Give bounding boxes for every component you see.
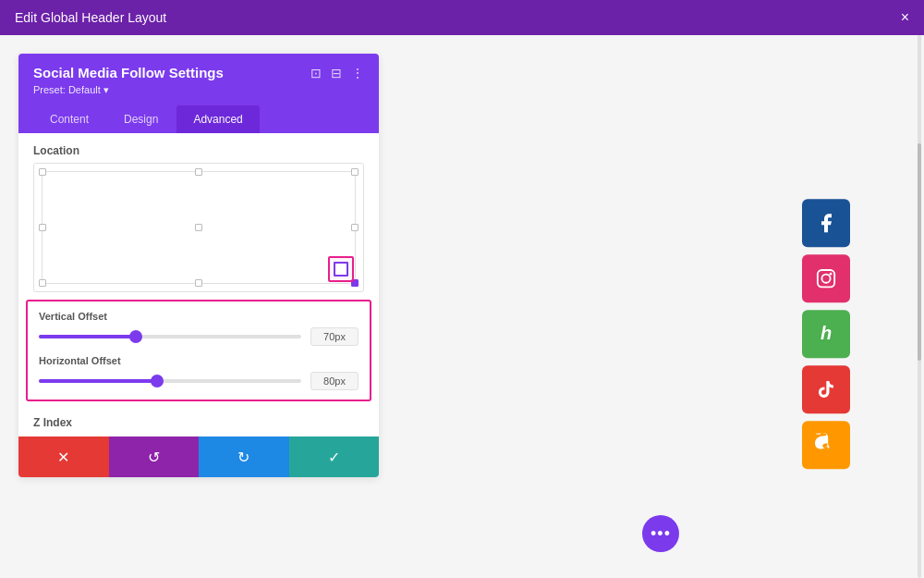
horizontal-slider-fill [39,379,157,383]
horizontal-offset-control: Horizontal Offset 80px [39,355,359,390]
horizontal-offset-value[interactable]: 80px [310,372,359,390]
title-bar: Edit Global Header Layout × [0,0,924,35]
location-label: Location [18,133,379,163]
tab-design[interactable]: Design [107,105,175,133]
social-icon-instagram[interactable] [802,254,850,302]
vertical-offset-control: Vertical Offset 70px [39,311,359,346]
svg-rect-0 [818,270,834,287]
main-content: Social Media Follow Settings ⊡ ⊟ ⋮ Prese… [0,35,924,578]
vertical-offset-value[interactable]: 70px [310,327,359,346]
svg-point-1 [821,274,830,282]
horizontal-offset-row: 80px [39,372,359,390]
close-button[interactable]: × [901,10,909,25]
widget-icon-columns[interactable]: ⊟ [331,67,342,80]
social-icons-column: h [802,199,850,469]
vertical-offset-row: 70px [39,327,359,346]
horizontal-offset-label: Horizontal Offset [39,355,359,366]
vertical-slider-fill [39,335,136,338]
social-icon-amazon[interactable] [802,421,850,469]
loc-dot-mr[interactable] [351,224,359,231]
horizontal-slider-track[interactable] [39,379,301,383]
horizontal-slider-thumb[interactable] [151,375,164,387]
tab-advanced[interactable]: Advanced [176,105,259,133]
houzz-letter: h [821,323,832,344]
location-grid[interactable] [33,163,364,292]
loc-dot-bl[interactable] [39,279,46,287]
vertical-slider-thumb[interactable] [129,330,142,343]
modal-title: Edit Global Header Layout [15,10,166,25]
widget-icon-expand[interactable]: ⊡ [310,67,322,80]
tabs: Content Design Advanced [33,105,364,133]
tab-content[interactable]: Content [33,105,105,133]
right-panel: h ••• [397,35,924,578]
save-button[interactable]: ✓ [289,437,380,477]
widget-body: Location [18,133,379,437]
widget-title: Social Media Follow Settings [33,65,224,80]
widget-header-icons: ⊡ ⊟ ⋮ [310,67,364,80]
widget-header: Social Media Follow Settings ⊡ ⊟ ⋮ Prese… [18,54,379,133]
social-icon-facebook[interactable] [802,199,850,247]
loc-dot-bc[interactable] [195,279,202,287]
loc-dot-mc[interactable] [195,224,202,231]
loc-dot-ml[interactable] [39,224,46,231]
location-grid-inner [42,171,356,284]
loc-dot-tl[interactable] [39,168,46,176]
loc-dot-tc[interactable] [195,168,202,176]
widget-preset[interactable]: Preset: Default ▾ [33,84,364,96]
cancel-button[interactable]: ✕ [18,437,109,477]
left-panel: Social Media Follow Settings ⊡ ⊟ ⋮ Prese… [0,35,397,578]
widget-header-top: Social Media Follow Settings ⊡ ⊟ ⋮ [33,65,364,80]
bottom-toolbar: ✕ ↺ ↻ ✓ [18,437,379,477]
vertical-slider-track[interactable] [39,335,301,338]
floating-dots-button[interactable]: ••• [642,515,679,552]
widget-card: Social Media Follow Settings ⊡ ⊟ ⋮ Prese… [18,54,379,477]
undo-button[interactable]: ↺ [109,437,200,477]
svg-point-2 [830,272,833,275]
widget-icon-more[interactable]: ⋮ [351,67,364,80]
position-highlight[interactable] [328,256,354,282]
redo-button[interactable]: ↻ [199,437,289,477]
offset-section: Vertical Offset 70px Horizon [26,300,371,401]
loc-dot-tr[interactable] [351,168,359,176]
modal-container: Edit Global Header Layout × Social Media… [0,0,924,578]
position-highlight-inner [334,262,348,277]
z-index-label: Z Index [18,409,379,437]
social-icon-houzz[interactable]: h [802,310,850,358]
vertical-offset-label: Vertical Offset [39,311,359,322]
social-icon-tiktok[interactable] [802,365,850,413]
